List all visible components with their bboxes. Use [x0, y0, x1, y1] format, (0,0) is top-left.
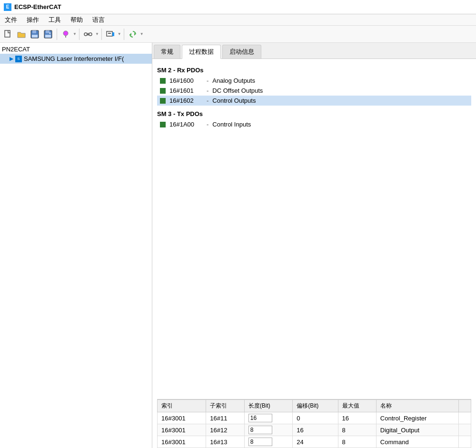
cell-length-0[interactable]	[244, 412, 292, 424]
cell-subindex-2: 16#13	[206, 436, 244, 448]
sep1	[57, 29, 57, 40]
paint-button[interactable]	[60, 28, 72, 40]
table-row: 16#3001 16#11 0 16 Control_Register	[158, 412, 471, 424]
app-title: ECSP-EtherCAT	[14, 3, 61, 10]
app-icon: E	[4, 3, 11, 11]
col-header-subindex: 子索引	[206, 400, 244, 412]
svg-point-8	[63, 31, 68, 36]
col-header-offset: 偏移(Bit)	[293, 400, 338, 412]
length-input-2[interactable]	[248, 438, 272, 446]
device-icon: S	[15, 56, 22, 62]
menu-tools[interactable]: 工具	[44, 14, 66, 25]
tree-device-item[interactable]: ▶ S SAMSUNG Laser Interferometer I/F(	[0, 54, 152, 64]
col-header-extra	[459, 400, 471, 412]
main-layout: PN2ECAT ▶ S SAMSUNG Laser Interferometer…	[0, 43, 476, 448]
menu-operate[interactable]: 操作	[22, 14, 44, 25]
menu-help[interactable]: 帮助	[66, 14, 88, 25]
tab-general[interactable]: 常规	[154, 45, 180, 58]
tree-root-label: PN2ECAT	[2, 46, 30, 53]
table-row: 16#3001 16#13 24 8 Command	[158, 436, 471, 448]
svg-text:▼: ▼	[49, 32, 51, 35]
col-header-name: 名称	[376, 400, 458, 412]
tree-root-item[interactable]: PN2ECAT	[0, 45, 152, 54]
cell-index-0: 16#3001	[158, 412, 206, 424]
toolbar: ▼ ▼ ▼ ▼ ▼	[0, 26, 476, 43]
refresh-dropdown[interactable]: ▼	[140, 32, 144, 36]
pdo-1a00[interactable]: 16#1A00 - Control Inputs	[157, 119, 471, 129]
cell-maxval-2: 8	[338, 436, 376, 448]
cell-name-2: Command	[376, 436, 458, 448]
content-spacer	[157, 129, 471, 397]
pdo-icon-1601	[160, 88, 166, 94]
cell-offset-0: 0	[293, 412, 338, 424]
pdo-name-1600: Analog Outputs	[212, 77, 255, 84]
tab-bar: 常规 过程数据 启动信息	[152, 43, 476, 59]
sep2	[79, 29, 79, 40]
svg-rect-6	[45, 35, 51, 38]
cell-offset-2: 24	[293, 436, 338, 448]
col-header-length: 长度(Bit)	[244, 400, 292, 412]
saveas-button[interactable]: ▼	[42, 28, 54, 40]
pdo-code-1600: 16#1600	[169, 77, 203, 84]
pdo-1600[interactable]: 16#1600 - Analog Outputs	[157, 76, 471, 86]
svg-rect-16	[112, 32, 114, 36]
content-area: SM 2 - Rx PDOs 16#1600 - Analog Outputs …	[152, 59, 476, 448]
title-bar: E ECSP-EtherCAT	[0, 0, 476, 14]
length-input-1[interactable]	[248, 426, 272, 434]
paint-dropdown[interactable]: ▼	[73, 32, 77, 36]
tree-expand-icon: ▶	[10, 56, 13, 62]
pdo-1601[interactable]: 16#1601 - DC Offset Outputs	[157, 86, 471, 96]
cell-maxval-0: 16	[338, 412, 376, 424]
pdo-name-1a00: Control Inputs	[212, 121, 251, 128]
pdo-code-1601: 16#1601	[169, 87, 203, 94]
cell-maxval-1: 8	[338, 424, 376, 436]
refresh-button[interactable]	[127, 28, 139, 40]
svg-point-10	[84, 33, 87, 36]
pdo-icon-1600	[160, 78, 166, 84]
svg-point-11	[89, 33, 92, 36]
svg-rect-3	[32, 35, 38, 38]
cell-name-1: Digital_Output	[376, 424, 458, 436]
svg-rect-9	[65, 36, 66, 38]
sep4	[124, 29, 124, 40]
menu-bar: 文件 操作 工具 帮助 语言	[0, 14, 476, 26]
new-button[interactable]	[2, 28, 14, 40]
cell-name-0: Control_Register	[376, 412, 458, 424]
open-button[interactable]	[15, 28, 28, 40]
cell-length-1[interactable]	[244, 424, 292, 436]
connect-dropdown[interactable]: ▼	[95, 32, 99, 36]
tab-process-data[interactable]: 过程数据	[182, 45, 221, 59]
length-input-0[interactable]	[248, 414, 272, 422]
right-panel: 常规 过程数据 启动信息 SM 2 - Rx PDOs 16#1600 - An…	[152, 43, 476, 448]
tree-device-label: SAMSUNG Laser Interferometer I/F(	[24, 55, 124, 62]
pdo-icon-1a00	[160, 122, 166, 127]
pdo-name-1602: Control Outputs	[212, 97, 256, 104]
svg-rect-15	[108, 33, 111, 34]
pdo-1602[interactable]: 16#1602 - Control Outputs	[157, 96, 471, 106]
cell-length-2[interactable]	[244, 436, 292, 448]
pdo-code-1602: 16#1602	[169, 97, 203, 104]
menu-language[interactable]: 语言	[88, 14, 109, 25]
pdo-code-1a00: 16#1A00	[169, 121, 203, 128]
tab-startup-info[interactable]: 启动信息	[222, 45, 261, 58]
cell-index-2: 16#3001	[158, 436, 206, 448]
data-table: 索引 子索引 长度(Bit) 偏移(Bit) 最大值 名称 16#3001 1	[157, 399, 471, 448]
svg-rect-2	[32, 30, 36, 33]
pdo-name-1601: DC Offset Outputs	[212, 87, 263, 94]
scan-dropdown[interactable]: ▼	[118, 32, 121, 36]
cell-extra-2	[459, 436, 471, 448]
cell-subindex-1: 16#12	[206, 424, 244, 436]
cell-subindex-0: 16#11	[206, 412, 244, 424]
connect-button[interactable]	[82, 28, 94, 40]
sm2-header: SM 2 - Rx PDOs	[157, 67, 471, 74]
col-header-maxval: 最大值	[338, 400, 376, 412]
cell-extra-1	[459, 424, 471, 436]
cell-offset-1: 16	[293, 424, 338, 436]
pdo-icon-1602	[160, 98, 166, 104]
save-button[interactable]	[29, 28, 41, 40]
menu-file[interactable]: 文件	[0, 14, 22, 25]
scan-button[interactable]	[104, 28, 117, 40]
cell-index-1: 16#3001	[158, 424, 206, 436]
col-header-index: 索引	[158, 400, 206, 412]
sm3-header: SM 3 - Tx PDOs	[157, 110, 471, 117]
